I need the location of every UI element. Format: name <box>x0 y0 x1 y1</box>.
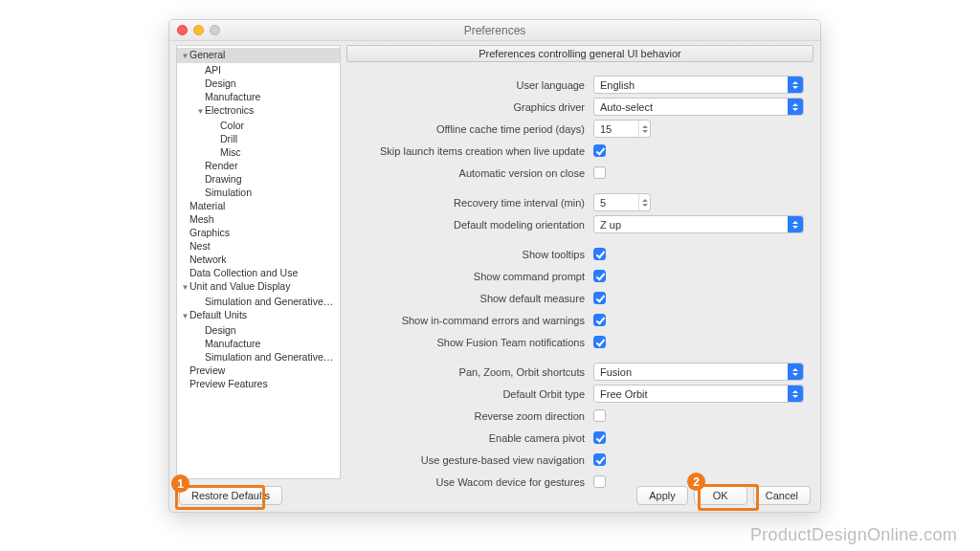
sidebar-item[interactable]: Drawing <box>177 172 340 186</box>
sidebar-item[interactable]: Color <box>177 119 340 132</box>
select-default-orbit[interactable]: Free Orbit <box>593 385 804 403</box>
preferences-window: Preferences ▼GeneralAPIDesignManufacture… <box>168 19 821 513</box>
sidebar-item[interactable]: Misc <box>177 145 340 159</box>
sidebar-item[interactable]: Design <box>177 323 340 337</box>
window-controls <box>177 25 220 35</box>
close-icon[interactable] <box>177 25 188 35</box>
sidebar-item-label: Drawing <box>205 173 242 185</box>
checkbox-show-cmd-prompt[interactable] <box>593 270 606 282</box>
cancel-button[interactable]: Cancel <box>753 486 811 505</box>
chevron-updown-icon <box>788 99 803 115</box>
checkbox-gesture-nav[interactable] <box>593 453 606 466</box>
checkbox-show-fusion-team[interactable] <box>593 336 606 348</box>
sidebar-item[interactable]: Manufacture <box>177 90 340 103</box>
spinner-value: 5 <box>600 197 606 209</box>
sidebar-item[interactable]: Simulation and Generative Desi… <box>177 350 340 364</box>
checkbox-show-default-measure[interactable] <box>593 292 606 304</box>
sidebar-item[interactable]: Preview <box>177 364 340 377</box>
stepper-icon <box>638 121 650 137</box>
sidebar-item-label: Default Units <box>189 309 247 320</box>
chevron-updown-icon <box>788 77 803 93</box>
spinner-offline-cache[interactable]: 15 <box>593 120 651 138</box>
sidebar-item-label: API <box>205 64 221 76</box>
maximize-icon[interactable] <box>210 25 220 35</box>
sidebar-item-label: Graphics <box>189 227 230 238</box>
sidebar-item[interactable]: Simulation <box>177 186 340 199</box>
sidebar-item[interactable]: Nest <box>177 239 340 253</box>
sidebar-item[interactable]: Data Collection and Use <box>177 266 340 279</box>
window-body: ▼GeneralAPIDesignManufacture▼Electronics… <box>169 41 820 479</box>
select-value: Fusion <box>600 366 632 378</box>
chevron-updown-icon <box>788 216 803 232</box>
checkbox-wacom-gestures[interactable] <box>593 475 606 488</box>
minimize-icon[interactable] <box>193 25 204 35</box>
sidebar-item[interactable]: Material <box>177 199 340 212</box>
disclosure-icon: ▼ <box>196 105 205 119</box>
checkbox-enable-cam-pivot[interactable] <box>593 431 606 444</box>
sidebar-item-label: Color <box>220 120 244 131</box>
sidebar-item-label: Simulation and Generative Desi… <box>205 296 340 307</box>
select-default-orientation[interactable]: Z up <box>593 215 804 233</box>
label-show-cmd-prompt: Show command prompt <box>356 271 593 282</box>
label-show-fusion-team: Show Fusion Team notifications <box>356 337 593 348</box>
sidebar-item[interactable]: ▼Default Units <box>177 308 340 323</box>
label-gesture-nav: Use gesture-based view navigation <box>356 454 593 466</box>
chevron-updown-icon <box>788 386 803 402</box>
sidebar-item-label: Network <box>189 253 227 265</box>
sidebar-item-label: Data Collection and Use <box>189 267 298 278</box>
form-area: User language English Graphics driver Au… <box>346 66 813 498</box>
sidebar-item[interactable]: ▼General <box>177 48 340 63</box>
sidebar-item[interactable]: Mesh <box>177 212 340 226</box>
checkbox-show-tooltips[interactable] <box>593 248 606 260</box>
sidebar-item[interactable]: Manufacture <box>177 337 340 350</box>
spinner-recovery-interval[interactable]: 5 <box>593 193 651 211</box>
select-user-language[interactable]: English <box>593 76 804 94</box>
sidebar[interactable]: ▼GeneralAPIDesignManufacture▼Electronics… <box>176 45 341 479</box>
chevron-updown-icon <box>788 364 803 380</box>
sidebar-item-label: Design <box>205 324 236 336</box>
select-value: Auto-select <box>600 101 653 113</box>
sidebar-item-label: Mesh <box>189 213 214 225</box>
label-reverse-zoom: Reverse zoom direction <box>356 410 593 422</box>
section-header: Preferences controlling general UI behav… <box>346 45 813 62</box>
sidebar-item-label: Electronics <box>205 104 254 116</box>
stepper-icon <box>638 194 650 210</box>
label-default-orientation: Default modeling orientation <box>356 219 593 231</box>
label-user-language: User language <box>356 79 593 91</box>
sidebar-item[interactable]: Drill <box>177 132 340 145</box>
checkbox-skip-launch[interactable] <box>593 144 606 157</box>
main-panel: Preferences controlling general UI behav… <box>346 45 813 479</box>
sidebar-item[interactable]: Graphics <box>177 226 340 239</box>
select-pan-zoom-orbit[interactable]: Fusion <box>593 363 804 381</box>
titlebar: Preferences <box>169 20 820 41</box>
sidebar-item-label: Drill <box>220 133 237 144</box>
apply-button[interactable]: Apply <box>636 486 688 505</box>
label-enable-cam-pivot: Enable camera pivot <box>356 432 593 444</box>
checkbox-show-incmd-errors[interactable] <box>593 314 606 326</box>
sidebar-item-label: Simulation <box>205 187 252 198</box>
label-offline-cache: Offline cache time period (days) <box>356 123 593 135</box>
sidebar-item[interactable]: Design <box>177 77 340 90</box>
sidebar-item[interactable]: Simulation and Generative Desi… <box>177 295 340 308</box>
annotation-highlight-restore <box>175 485 265 510</box>
sidebar-item[interactable]: ▼Electronics <box>177 103 340 119</box>
select-value: Free Orbit <box>600 388 648 400</box>
sidebar-item-label: Render <box>205 160 237 171</box>
sidebar-item[interactable]: API <box>177 63 340 77</box>
sidebar-item-label: Manufacture <box>205 338 260 349</box>
label-show-default-measure: Show default measure <box>356 293 593 304</box>
spinner-value: 15 <box>600 123 612 135</box>
sidebar-item[interactable]: Render <box>177 159 340 172</box>
sidebar-item-label: General <box>189 49 225 60</box>
checkbox-auto-version[interactable] <box>593 166 606 179</box>
label-recovery-interval: Recovery time interval (min) <box>356 197 593 209</box>
sidebar-item[interactable]: Preview Features <box>177 377 340 390</box>
sidebar-item-label: Design <box>205 77 236 89</box>
label-auto-version: Automatic version on close <box>356 167 593 179</box>
sidebar-item[interactable]: Network <box>177 253 340 266</box>
select-graphics-driver[interactable]: Auto-select <box>593 98 804 116</box>
sidebar-item[interactable]: ▼Unit and Value Display <box>177 279 340 295</box>
checkbox-reverse-zoom[interactable] <box>593 409 606 422</box>
sidebar-item-label: Preview Features <box>189 378 268 389</box>
label-skip-launch: Skip launch items creation when live upd… <box>356 145 593 157</box>
